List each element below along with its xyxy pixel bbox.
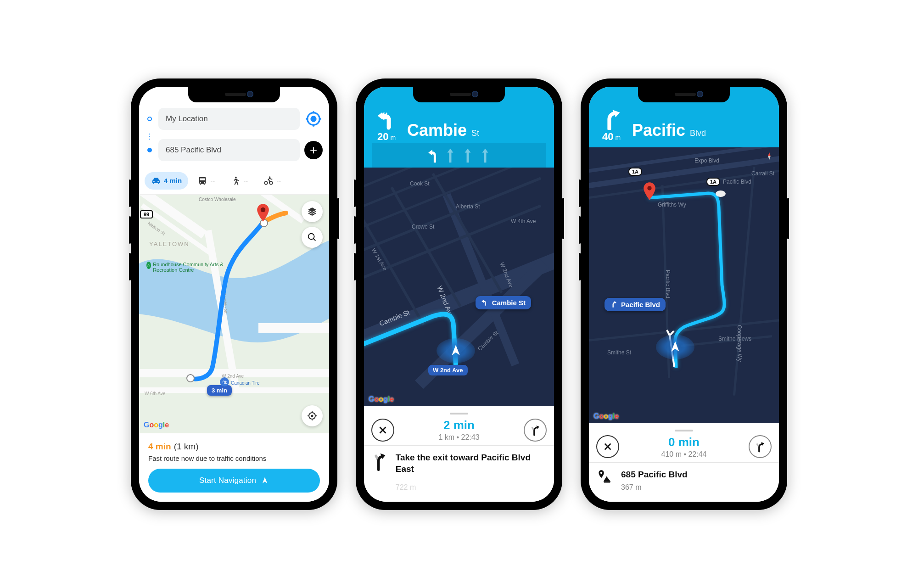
tab-walk-eta: -- bbox=[243, 177, 248, 185]
svg-point-4 bbox=[269, 181, 272, 184]
destination-input[interactable]: 685 Pacific Blvd bbox=[158, 139, 300, 161]
distance-to-turn: 40 m bbox=[602, 131, 621, 143]
screen: My Location ⋮ 685 Pacific Blvd ＋ 4 min bbox=[139, 87, 329, 502]
tab-bike-eta: -- bbox=[276, 177, 281, 185]
tab-drive-eta: 4 min bbox=[164, 177, 182, 185]
device-notch bbox=[638, 87, 730, 102]
close-navigation-button[interactable] bbox=[371, 419, 394, 442]
search-map-button[interactable] bbox=[302, 227, 323, 248]
alt-routes-button[interactable] bbox=[524, 419, 547, 442]
next-step-sub: 722 m bbox=[396, 483, 546, 492]
layers-button[interactable] bbox=[302, 201, 323, 222]
navigation-position-icon bbox=[656, 335, 694, 359]
phone-route-overview: My Location ⋮ 685 Pacific Blvd ＋ 4 min bbox=[131, 78, 337, 510]
phone-turn-pacific: 40 m Pacific Blvd Expo Blvd Pacific bbox=[581, 78, 787, 510]
screen: 20 m Cambie St bbox=[364, 87, 554, 502]
nav-bottom-sheet[interactable]: 0 min 410 m • 22:44 bbox=[589, 423, 779, 462]
google-attribution: Google bbox=[144, 421, 169, 429]
svg-point-11 bbox=[647, 186, 651, 190]
tab-transit-eta: -- bbox=[210, 177, 215, 185]
waypoint-dots-icon: ⋮ bbox=[146, 134, 154, 139]
tab-transit[interactable]: -- bbox=[191, 172, 221, 190]
transit-icon bbox=[197, 176, 207, 186]
tab-drive[interactable]: 4 min bbox=[145, 172, 188, 190]
device-notch bbox=[188, 87, 280, 102]
next-step-card[interactable]: 685 Pacific Blvd 367 m bbox=[589, 462, 779, 502]
lane-guidance bbox=[372, 143, 546, 168]
map-canvas[interactable]: YALETOWN ⌂Roundhouse Community Arts & Re… bbox=[139, 195, 329, 433]
lane-left-icon bbox=[427, 147, 439, 164]
next-step-card[interactable]: Take the exit toward Pacific Blvd East 7… bbox=[364, 445, 554, 501]
phone-turn-cambie: 20 m Cambie St bbox=[356, 78, 562, 510]
alt-routes-button[interactable] bbox=[749, 435, 772, 458]
tab-bike[interactable]: -- bbox=[257, 172, 287, 190]
start-navigation-button[interactable]: Start Navigation bbox=[148, 469, 320, 493]
route-summary-card[interactable]: 4 min (1 km) Fast route now due to traff… bbox=[139, 433, 329, 502]
route-message: Fast route now due to traffic conditions bbox=[148, 454, 320, 462]
drag-handle-icon[interactable] bbox=[675, 430, 693, 431]
lane-straight-icon bbox=[444, 147, 456, 164]
start-navigation-label: Start Navigation bbox=[199, 476, 256, 485]
lane-straight-icon bbox=[462, 147, 474, 164]
nav-bottom-sheet[interactable]: 2 min 1 km • 22:43 bbox=[364, 406, 554, 445]
upcoming-street: Cambie St bbox=[407, 121, 479, 143]
svg-point-2 bbox=[235, 176, 237, 178]
destination-marker-icon bbox=[146, 148, 154, 152]
next-step-text: Take the exit toward Pacific Blvd East bbox=[396, 452, 546, 475]
svg-point-7 bbox=[261, 207, 266, 212]
route-end-icon bbox=[716, 190, 726, 197]
drag-handle-icon[interactable] bbox=[450, 413, 468, 414]
bike-icon bbox=[263, 176, 274, 186]
upcoming-street: Pacific Blvd bbox=[632, 121, 706, 143]
search-icon bbox=[307, 232, 317, 242]
destination-pin-icon[interactable] bbox=[643, 182, 654, 198]
distance-text: (1 km) bbox=[174, 442, 199, 452]
origin-marker-icon bbox=[146, 117, 154, 121]
close-icon bbox=[603, 442, 613, 452]
tab-walk[interactable]: -- bbox=[224, 172, 254, 190]
turn-callout[interactable]: Cambie St bbox=[476, 296, 531, 309]
svg-point-3 bbox=[264, 181, 267, 184]
distance-to-turn: 20 m bbox=[377, 131, 396, 143]
recenter-button[interactable] bbox=[302, 405, 323, 426]
navigation-position-icon bbox=[437, 338, 475, 363]
fork-right-icon bbox=[529, 424, 541, 436]
svg-rect-12 bbox=[604, 482, 610, 482]
add-stop-button[interactable]: ＋ bbox=[304, 141, 323, 159]
maneuver-turn-left-icon bbox=[376, 109, 397, 130]
turn-callout[interactable]: Pacific Blvd bbox=[605, 298, 666, 311]
map-canvas[interactable]: Cook St W 1st Ave Alberta St Crowe St W … bbox=[364, 168, 554, 407]
remaining-sub: 410 m • 22:44 bbox=[661, 450, 706, 459]
svg-point-0 bbox=[311, 117, 316, 121]
screen: 40 m Pacific Blvd Expo Blvd Pacific bbox=[589, 87, 779, 502]
destination-pin-icon[interactable] bbox=[257, 204, 269, 222]
device-notch bbox=[413, 87, 505, 102]
navigation-arrow-icon bbox=[261, 476, 269, 485]
svg-point-8 bbox=[308, 233, 314, 239]
destination-icon bbox=[597, 469, 613, 487]
route-eta-badge[interactable]: 3 min bbox=[207, 385, 232, 396]
exit-right-icon bbox=[372, 452, 387, 470]
origin-input[interactable]: My Location bbox=[158, 108, 300, 130]
google-attribution: Google bbox=[369, 395, 394, 403]
shopping-pin-icon[interactable]: 🛍 bbox=[220, 377, 229, 386]
svg-point-6 bbox=[187, 375, 194, 382]
lane-straight-icon bbox=[479, 147, 491, 164]
eta-text: 4 min bbox=[148, 442, 171, 452]
fork-right-icon bbox=[754, 441, 766, 453]
remaining-eta: 2 min bbox=[438, 418, 479, 432]
layers-icon bbox=[307, 206, 318, 217]
crosshair-icon bbox=[307, 410, 318, 421]
locate-icon[interactable] bbox=[304, 110, 323, 128]
next-step-sub: 367 m bbox=[621, 483, 688, 492]
maneuver-fork-right-icon bbox=[601, 109, 622, 130]
current-street-chip: W 2nd Ave bbox=[428, 365, 468, 375]
close-navigation-button[interactable] bbox=[596, 435, 619, 458]
walk-icon bbox=[230, 176, 241, 186]
svg-point-10 bbox=[311, 414, 313, 417]
google-attribution: Google bbox=[593, 412, 619, 420]
car-icon bbox=[151, 176, 161, 186]
map-canvas[interactable]: Expo Blvd Pacific Blvd Carrall St Griffi… bbox=[589, 147, 779, 423]
remaining-eta: 0 min bbox=[661, 435, 706, 449]
remaining-sub: 1 km • 22:43 bbox=[438, 433, 479, 442]
